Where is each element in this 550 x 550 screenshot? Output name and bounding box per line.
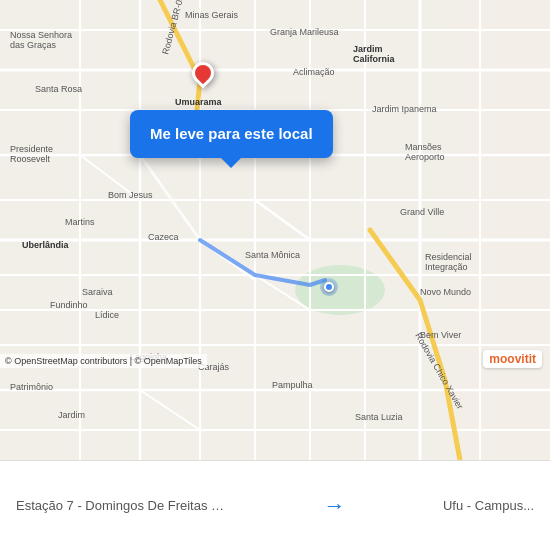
popup-text: Me leve para este local — [150, 125, 313, 142]
map-container: Rodovia BR-050 Rodovia Chico Xavier Mina… — [0, 0, 550, 460]
svg-text:Minas Gerais: Minas Gerais — [185, 10, 239, 20]
svg-text:Bem Viver: Bem Viver — [420, 330, 461, 340]
svg-point-1 — [295, 265, 385, 315]
svg-text:Patrimônio: Patrimônio — [10, 382, 53, 392]
svg-text:Grand Ville: Grand Ville — [400, 207, 444, 217]
svg-text:Nossa Senhora: Nossa Senhora — [10, 30, 72, 40]
navigate-popup[interactable]: Me leve para este local — [130, 110, 333, 158]
svg-text:Lídice: Lídice — [95, 310, 119, 320]
svg-text:Bom Jesus: Bom Jesus — [108, 190, 153, 200]
svg-text:Integração: Integração — [425, 262, 468, 272]
svg-text:Granja Marileusa: Granja Marileusa — [270, 27, 339, 37]
svg-text:Martins: Martins — [65, 217, 95, 227]
svg-text:Residencial: Residencial — [425, 252, 472, 262]
svg-text:Cazeca: Cazeca — [148, 232, 179, 242]
to-endpoint: Ufu - Campus... — [443, 498, 534, 513]
svg-text:das Graças: das Graças — [10, 40, 57, 50]
svg-text:Jardim: Jardim — [353, 44, 383, 54]
svg-text:Aclimação: Aclimação — [293, 67, 335, 77]
attribution-text: © OpenStreetMap contributors | © OpenMap… — [5, 356, 202, 366]
from-endpoint: Estação 7 - Domingos De Freitas (... — [16, 498, 226, 513]
svg-text:Novo Mundo: Novo Mundo — [420, 287, 471, 297]
svg-text:Mansões: Mansões — [405, 142, 442, 152]
svg-text:Uberlândia: Uberlândia — [22, 240, 70, 250]
bottom-bar: Estação 7 - Domingos De Freitas (... → U… — [0, 460, 550, 550]
svg-text:California: California — [353, 54, 396, 64]
svg-text:Pampulha: Pampulha — [272, 380, 313, 390]
arrow-icon: → — [315, 493, 353, 519]
logo-text: moovit — [489, 352, 528, 366]
svg-text:Santa Rosa: Santa Rosa — [35, 84, 82, 94]
map-attribution: © OpenStreetMap contributors | © OpenMap… — [0, 354, 207, 368]
svg-text:Santa Luzia: Santa Luzia — [355, 412, 403, 422]
origin-pin — [192, 62, 214, 84]
svg-text:Umuarama: Umuarama — [175, 97, 223, 107]
to-label: Ufu - Campus... — [443, 498, 534, 513]
svg-text:Fundinho: Fundinho — [50, 300, 88, 310]
svg-text:Aeroporto: Aeroporto — [405, 152, 445, 162]
moovit-logo: moovitit — [483, 350, 542, 368]
svg-text:Presidente: Presidente — [10, 144, 53, 154]
current-location-dot — [320, 278, 338, 296]
svg-text:Santa Mônica: Santa Mônica — [245, 250, 300, 260]
svg-text:Saraiva: Saraiva — [82, 287, 113, 297]
from-label: Estação 7 - Domingos De Freitas (... — [16, 498, 226, 513]
svg-text:Jardim Ipanema: Jardim Ipanema — [372, 104, 437, 114]
svg-text:Roosevelt: Roosevelt — [10, 154, 51, 164]
svg-text:Jardim: Jardim — [58, 410, 85, 420]
